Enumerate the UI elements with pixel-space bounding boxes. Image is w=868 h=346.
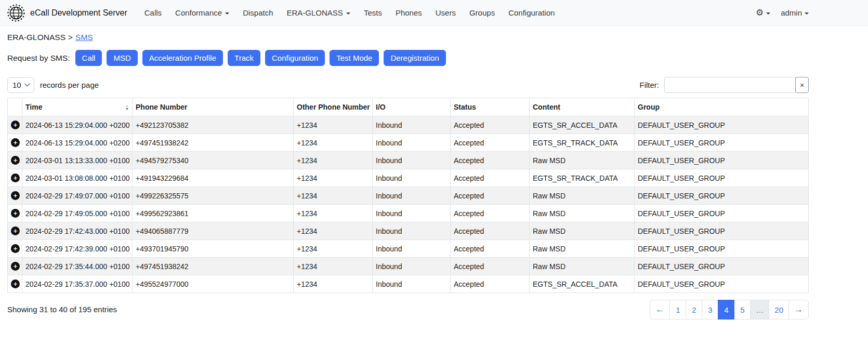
column-header-i-o[interactable]: I/O xyxy=(373,98,451,116)
column-label: I/O xyxy=(376,103,386,111)
cell-group: DEFAULT_USER_GROUP xyxy=(635,240,809,258)
navbar-item-conformance[interactable]: Conformance xyxy=(168,8,236,17)
pagination-page-5[interactable]: 5 xyxy=(734,300,751,320)
cell-phone: +492123705382 xyxy=(133,116,294,134)
expand-row-button[interactable]: + xyxy=(11,227,20,235)
cell-status: Accepted xyxy=(451,134,530,152)
column-label: Content xyxy=(533,103,560,111)
table-footer: Showing 31 to 40 of 195 entries ←12345…2… xyxy=(7,300,809,320)
request-button-call[interactable]: Call xyxy=(75,50,102,66)
column-header-content[interactable]: Content xyxy=(530,98,635,116)
table-row: +2024-02-29 17:42:39.000 +0100+493701945… xyxy=(8,240,809,258)
gear-icon: ⚙ xyxy=(756,8,764,17)
cell-expand: + xyxy=(8,258,22,275)
pagination-prev-button[interactable]: ← xyxy=(650,300,670,320)
column-header-other-phone-number[interactable]: Other Phone Number xyxy=(294,98,373,116)
column-label: Time xyxy=(25,103,42,111)
cell-io: Inbound xyxy=(373,187,451,205)
plus-icon: + xyxy=(11,209,20,218)
cell-expand: + xyxy=(8,240,22,258)
navbar-item-label: Configuration xyxy=(508,8,555,17)
pagination-page-4[interactable]: 4 xyxy=(718,300,734,320)
navbar-item-configuration[interactable]: Configuration xyxy=(502,8,561,17)
settings-menu-button[interactable]: ⚙ xyxy=(756,8,770,17)
navbar-item-groups[interactable]: Groups xyxy=(463,8,502,17)
expand-row-button[interactable]: + xyxy=(11,174,20,182)
sms-table: Time▲▼Phone NumberOther Phone NumberI/OS… xyxy=(7,98,809,293)
cell-content: EGTS_SR_TRACK_DATA xyxy=(530,134,635,152)
request-button-acceleration-profile[interactable]: Acceleration Profile xyxy=(142,50,223,66)
column-header-group[interactable]: Group xyxy=(635,98,809,116)
cell-expand: + xyxy=(8,134,22,152)
cell-content: Raw MSD xyxy=(530,205,635,222)
navbar-item-label: Users xyxy=(436,8,456,17)
brand[interactable]: eCall Development Server xyxy=(7,4,127,22)
navbar-item-users[interactable]: Users xyxy=(429,8,463,17)
pagination-page-1[interactable]: 1 xyxy=(669,300,686,320)
expand-row-button[interactable]: + xyxy=(11,191,20,200)
cell-io: Inbound xyxy=(373,275,451,293)
expand-row-button[interactable]: + xyxy=(11,280,20,288)
expand-row-button[interactable]: + xyxy=(11,138,20,147)
table-row: +2024-03-01 13:08:08.000 +0100+491943229… xyxy=(8,169,809,187)
plus-icon: + xyxy=(11,156,20,165)
column-label: Other Phone Number xyxy=(297,103,370,111)
cell-expand: + xyxy=(8,205,22,222)
pagination-page-20[interactable]: 20 xyxy=(769,300,789,320)
pagination-next-button[interactable]: → xyxy=(788,300,809,320)
cell-expand: + xyxy=(8,275,22,293)
expand-row-button[interactable]: + xyxy=(11,156,20,165)
request-by-sms-label: Request by SMS: xyxy=(7,54,70,63)
navbar-item-label: Conformance xyxy=(175,8,222,17)
cell-time: 2024-02-29 17:49:07.000 +0100 xyxy=(22,187,133,205)
cell-other-phone: +1234 xyxy=(294,205,373,222)
request-button-deregistration[interactable]: Deregistration xyxy=(384,50,445,66)
cell-other-phone: +1234 xyxy=(294,116,373,134)
plus-icon: + xyxy=(11,138,20,147)
column-label: Status xyxy=(454,103,476,111)
column-header-status[interactable]: Status xyxy=(451,98,530,116)
request-button-test-mode[interactable]: Test Mode xyxy=(330,50,379,66)
entries-summary: Showing 31 to 40 of 195 entries xyxy=(7,305,117,314)
filter-input[interactable] xyxy=(664,77,796,93)
cell-phone: +497451938242 xyxy=(133,258,294,275)
expand-row-button[interactable]: + xyxy=(11,244,20,253)
cell-other-phone: +1234 xyxy=(294,275,373,293)
plus-icon: + xyxy=(11,174,20,182)
plus-icon: + xyxy=(11,121,20,129)
cell-status: Accepted xyxy=(451,275,530,293)
cell-other-phone: +1234 xyxy=(294,169,373,187)
pagination-page-2[interactable]: 2 xyxy=(686,300,702,320)
column-header-time[interactable]: Time▲▼ xyxy=(22,98,133,116)
cell-expand: + xyxy=(8,187,22,205)
navbar-item-tests[interactable]: Tests xyxy=(357,8,389,17)
user-menu-button[interactable]: admin xyxy=(781,8,809,17)
request-button-msd[interactable]: MSD xyxy=(107,50,137,66)
cell-status: Accepted xyxy=(451,240,530,258)
pagination-page-3[interactable]: 3 xyxy=(702,300,718,320)
page-size-select[interactable]: 10 xyxy=(7,77,34,93)
breadcrumb-sms-link[interactable]: SMS xyxy=(75,33,93,42)
navbar-item-calls[interactable]: Calls xyxy=(138,8,168,17)
navbar-item-phones[interactable]: Phones xyxy=(389,8,429,17)
filter-clear-button[interactable]: × xyxy=(795,77,809,93)
expand-row-button[interactable]: + xyxy=(11,121,20,129)
cell-content: EGTS_SR_ACCEL_DATA xyxy=(530,275,635,293)
navbar-item-dispatch[interactable]: Dispatch xyxy=(236,8,280,17)
breadcrumb-parent: ERA-GLONASS xyxy=(7,33,65,42)
close-icon: × xyxy=(800,81,804,89)
table-row: +2024-06-13 15:29:04.000 +0200+497451938… xyxy=(8,134,809,152)
expand-row-button[interactable]: + xyxy=(11,209,20,218)
cell-phone: +493701945790 xyxy=(133,240,294,258)
plus-icon: + xyxy=(11,244,20,253)
cell-content: Raw MSD xyxy=(530,187,635,205)
expand-row-button[interactable]: + xyxy=(11,262,20,271)
column-header-phone-number[interactable]: Phone Number xyxy=(133,98,294,116)
table-row: +2024-02-29 17:35:44.000 +0100+497451938… xyxy=(8,258,809,275)
chevron-down-icon xyxy=(766,12,770,15)
cell-status: Accepted xyxy=(451,205,530,222)
request-button-track[interactable]: Track xyxy=(228,50,260,66)
request-button-configuration[interactable]: Configuration xyxy=(265,50,325,66)
navbar-item-era-glonass[interactable]: ERA-GLONASS xyxy=(280,8,357,17)
cell-phone: +499562923861 xyxy=(133,205,294,222)
